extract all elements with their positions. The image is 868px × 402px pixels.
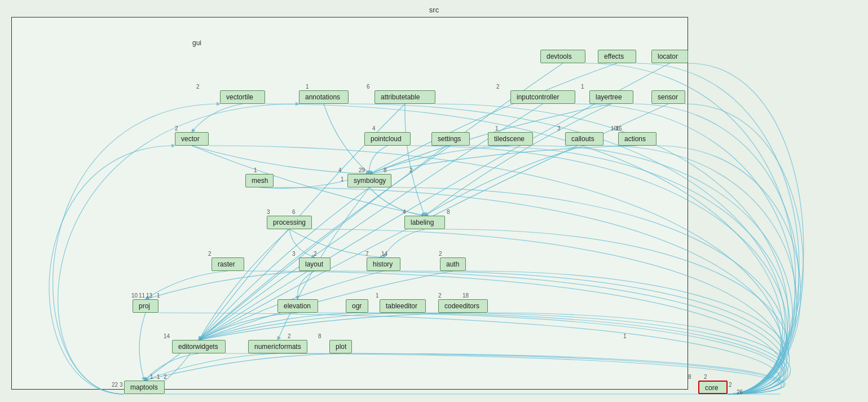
edge-label-15: 2 (409, 167, 413, 173)
node-history[interactable]: history (367, 257, 400, 271)
edge-label-18: 6 (292, 209, 296, 215)
edge-label-42: 8 (688, 374, 691, 380)
edge-label-21: 2 (208, 251, 212, 257)
node-sensor[interactable]: sensor (651, 90, 685, 104)
edge-label-22: 3 (292, 251, 296, 257)
edge-label-3: 2 (496, 84, 500, 90)
node-locator[interactable]: locator (651, 50, 688, 63)
edge-label-45: 2 (729, 382, 732, 388)
node-pointcloud[interactable]: pointcloud (364, 132, 411, 146)
edge-label-17: 3 (267, 209, 270, 215)
edge-label-5: 2 (175, 125, 178, 132)
node-symbology[interactable]: symbology (347, 174, 391, 187)
edge-label-19: 4 (403, 209, 406, 215)
edge-label-34: 14 (164, 333, 170, 339)
edge-label-1: 1 (306, 84, 309, 90)
node-proj[interactable]: proj (133, 299, 158, 313)
node-vectortile[interactable]: vectortile (220, 90, 265, 104)
edge-label-32: 2 (438, 292, 442, 299)
edge-label-35: 2 (288, 333, 291, 339)
node-attributetable[interactable]: attributetable (374, 90, 435, 104)
edge-label-28: 11 (139, 292, 145, 299)
node-annotations[interactable]: annotations (299, 90, 349, 104)
node-ogr[interactable]: ogr (346, 299, 368, 313)
node-labeling[interactable]: labeling (404, 216, 445, 229)
node-codeeditors[interactable]: codeeditors (438, 299, 488, 313)
edge-label-11: 1 (254, 167, 257, 173)
edge-label-41: 2 (704, 374, 707, 380)
node-callouts[interactable]: callouts (565, 132, 603, 146)
edge-label-40: 2 (164, 374, 167, 380)
edge-label-7: 1 (495, 125, 499, 132)
node-auth[interactable]: auth (440, 257, 466, 271)
node-raster[interactable]: raster (212, 257, 244, 271)
edge-label-23: 2 (314, 251, 317, 257)
node-layertree[interactable]: layertree (589, 90, 633, 104)
edge-label-6: 4 (372, 125, 376, 132)
node-editorwidgets[interactable]: editorwidgets (172, 340, 226, 353)
edge-label-30: 1 (157, 292, 160, 299)
edge-label-20: 8 (447, 209, 450, 215)
node-layout[interactable]: layout (299, 257, 331, 271)
edge-label-33: 18 (462, 292, 469, 299)
edge-label-29: 13 (146, 292, 152, 299)
node-tiledscene[interactable]: tiledscene (488, 132, 533, 146)
node-effects[interactable]: effects (598, 50, 636, 63)
node-tableeditor[interactable]: tableeditor (380, 299, 426, 313)
edge-label-0: 2 (196, 84, 200, 90)
edge-label-38: 1 (150, 374, 153, 380)
edge-label-16: 1 (341, 176, 344, 182)
inner-box: gui (11, 17, 688, 390)
edge-label-8: 3 (557, 125, 561, 132)
node-mesh[interactable]: mesh (245, 174, 274, 187)
node-settings[interactable]: settings (431, 132, 470, 146)
edge-label-26: 2 (439, 251, 442, 257)
edge-label-46: 26 (737, 389, 743, 395)
edge-label-31: 1 (376, 292, 379, 299)
node-maptools[interactable]: maptools (124, 381, 165, 394)
node-elevation[interactable]: elevation (277, 299, 318, 313)
edge-label-2: 6 (367, 84, 370, 90)
node-devtools[interactable]: devtools (540, 50, 585, 63)
node-numericformats[interactable]: numericformats (248, 340, 307, 353)
edge-label-24: 7 (365, 251, 369, 257)
node-core[interactable]: core (698, 381, 728, 394)
page-title: src (0, 2, 868, 14)
main-container: src gui devtoolseffectslocatorvectortile… (0, 0, 868, 402)
node-actions[interactable]: actions (618, 132, 656, 146)
edge-label-10: 10/6 (611, 125, 622, 132)
node-plot[interactable]: plot (329, 340, 352, 353)
edge-label-4: 1 (581, 84, 584, 90)
edge-label-13: 29 (359, 167, 365, 173)
edge-label-39: 1 (157, 374, 160, 380)
edge-label-14: 8 (384, 167, 387, 173)
graph-label: gui (192, 39, 201, 47)
edge-label-25: 14 (381, 251, 387, 257)
edge-label-27: 10 (131, 292, 138, 299)
edge-label-12: 4 (338, 167, 342, 173)
edge-label-37: 1 (623, 333, 627, 339)
node-inputcontroller[interactable]: inputcontroller (510, 90, 575, 104)
edge-label-43: 22 (112, 382, 118, 388)
node-processing[interactable]: processing (267, 216, 312, 229)
node-vector[interactable]: vector (175, 132, 209, 146)
edge-label-36: 8 (318, 333, 321, 339)
edge-label-44: 3 (120, 382, 123, 388)
